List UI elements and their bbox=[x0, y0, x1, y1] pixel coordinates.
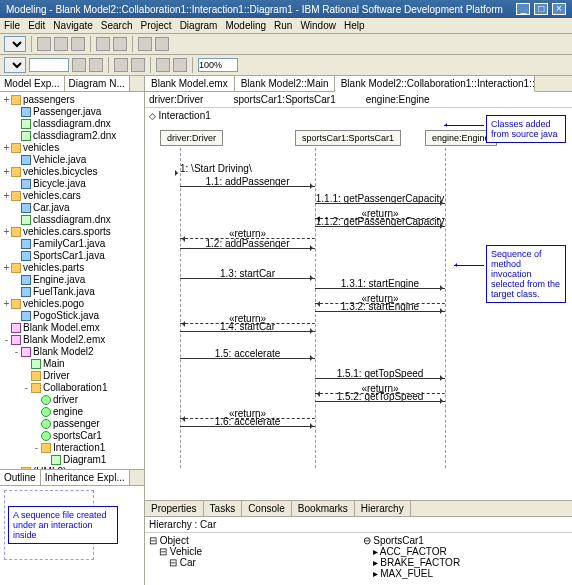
undo-icon[interactable] bbox=[96, 37, 110, 51]
menu-diagram[interactable]: Diagram bbox=[180, 20, 218, 31]
tree-item[interactable]: Bicycle.java bbox=[2, 178, 142, 190]
tree-item[interactable]: classdiagram.dnx bbox=[2, 214, 142, 226]
tree-item[interactable]: +vehicles bbox=[2, 142, 142, 154]
hierarchy-item[interactable]: ⊟ Vehicle bbox=[149, 546, 355, 557]
perspective-select[interactable] bbox=[4, 36, 26, 52]
save-icon[interactable] bbox=[54, 37, 68, 51]
menu-window[interactable]: Window bbox=[300, 20, 336, 31]
font-select[interactable] bbox=[4, 57, 26, 73]
hierarchy-tree-right[interactable]: ⊖ SportsCar1▸ ACC_FACTOR▸ BRAKE_FACTOR▸ … bbox=[359, 533, 573, 581]
tree-item[interactable]: classdiagram2.dnx bbox=[2, 130, 142, 142]
menu-search[interactable]: Search bbox=[101, 20, 133, 31]
menu-navigate[interactable]: Navigate bbox=[53, 20, 92, 31]
message[interactable]: 1.1.2: getPassengerCapacity bbox=[315, 216, 445, 227]
hierarchy-item[interactable]: ⊟ Object bbox=[149, 535, 355, 546]
outline-tab[interactable]: Inheritance Expl... bbox=[41, 470, 130, 485]
message[interactable]: 1.3.2: startEngine bbox=[315, 301, 445, 312]
menu-edit[interactable]: Edit bbox=[28, 20, 45, 31]
hierarchy-tree-left[interactable]: ⊟ Object⊟ Vehicle⊟ Car bbox=[145, 533, 359, 581]
tree-item[interactable]: FuelTank.java bbox=[2, 286, 142, 298]
hierarchy-item[interactable]: ⊟ Car bbox=[149, 557, 355, 568]
tree-item[interactable]: +vehicles.cars bbox=[2, 190, 142, 202]
tree-item[interactable]: Diagram1 bbox=[2, 454, 142, 466]
tree-item[interactable]: Blank Model.emx bbox=[2, 322, 142, 334]
left-tab[interactable]: Diagram N... bbox=[65, 76, 130, 91]
tree-item[interactable]: +vehicles.cars.sports bbox=[2, 226, 142, 238]
zoom-input[interactable] bbox=[198, 58, 238, 72]
breadcrumb-item[interactable]: engine:Engine bbox=[366, 94, 430, 105]
hierarchy-item[interactable]: ▸ BRAKE_FACTOR bbox=[363, 557, 569, 568]
tree-item[interactable]: +passengers bbox=[2, 94, 142, 106]
outline-tab[interactable]: Outline bbox=[0, 470, 41, 485]
tree-item[interactable]: -Collaboration1 bbox=[2, 382, 142, 394]
breadcrumb-item[interactable]: driver:Driver bbox=[149, 94, 203, 105]
italic-icon[interactable] bbox=[89, 58, 103, 72]
message[interactable]: 1.1: addPassenger bbox=[180, 176, 315, 187]
message[interactable]: 1.6: accelerate bbox=[180, 416, 315, 427]
message[interactable]: 1.2: addPassenger bbox=[180, 238, 315, 249]
lifeline-head[interactable]: sportsCar1:SportsCar1 bbox=[295, 130, 401, 146]
tree-item[interactable]: Main bbox=[2, 358, 142, 370]
bold-icon[interactable] bbox=[72, 58, 86, 72]
tree-item[interactable]: Passenger.java bbox=[2, 106, 142, 118]
breadcrumb-item[interactable]: sportsCar1:SportsCar1 bbox=[233, 94, 335, 105]
message[interactable]: 1.3: startCar bbox=[180, 268, 315, 279]
outline-view[interactable]: A sequence file created under an interac… bbox=[0, 486, 144, 585]
tree-item[interactable]: passenger bbox=[2, 418, 142, 430]
menu-project[interactable]: Project bbox=[141, 20, 172, 31]
sequence-diagram-canvas[interactable]: ◇ Interaction1 driver:DriversportsCar1:S… bbox=[145, 108, 572, 500]
menu-run[interactable]: Run bbox=[274, 20, 292, 31]
tree-item[interactable]: +vehicles.bicycles bbox=[2, 166, 142, 178]
tree-item[interactable]: -Interaction1 bbox=[2, 442, 142, 454]
bottom-tab[interactable]: Hierarchy bbox=[355, 501, 411, 516]
bottom-tab[interactable]: Properties bbox=[145, 501, 204, 516]
minimize-button[interactable]: _ bbox=[516, 3, 530, 15]
editor-tab[interactable]: Blank Model2::Collaboration1::Interactio… bbox=[335, 76, 535, 92]
new-icon[interactable] bbox=[37, 37, 51, 51]
bottom-tab[interactable]: Bookmarks bbox=[292, 501, 355, 516]
maximize-button[interactable]: □ bbox=[534, 3, 548, 15]
menu-help[interactable]: Help bbox=[344, 20, 365, 31]
fill-icon[interactable] bbox=[131, 58, 145, 72]
tree-item[interactable]: sportsCar1 bbox=[2, 430, 142, 442]
bottom-tab[interactable]: Tasks bbox=[204, 501, 243, 516]
message[interactable]: 1.5: accelerate bbox=[180, 348, 315, 359]
print-icon[interactable] bbox=[71, 37, 85, 51]
tree-item[interactable]: +vehicles.parts bbox=[2, 262, 142, 274]
tree-item[interactable]: driver bbox=[2, 394, 142, 406]
lifeline-head[interactable]: driver:Driver bbox=[160, 130, 223, 146]
message[interactable]: 1.3.1: startEngine bbox=[315, 278, 445, 289]
hierarchy-item[interactable]: ▸ ACC_FACTOR bbox=[363, 546, 569, 557]
model-explorer-tree[interactable]: +passengersPassenger.javaclassdiagram.dn… bbox=[0, 92, 144, 469]
message[interactable]: 1.5.1: getTopSpeed bbox=[315, 368, 445, 379]
color-icon[interactable] bbox=[114, 58, 128, 72]
menu-file[interactable]: File bbox=[4, 20, 20, 31]
hierarchy-item[interactable]: ▸ MAX_FUEL bbox=[363, 568, 569, 579]
message[interactable]: 1.1.1: getPassengerCapacity bbox=[315, 193, 445, 204]
tree-item[interactable]: -Blank Model2 bbox=[2, 346, 142, 358]
debug-icon[interactable] bbox=[155, 37, 169, 51]
tree-item[interactable]: Driver bbox=[2, 370, 142, 382]
close-button[interactable]: × bbox=[552, 3, 566, 15]
font-size-input[interactable] bbox=[29, 58, 69, 72]
message[interactable]: 1.4: startCar bbox=[180, 321, 315, 332]
hierarchy-item[interactable]: ⊖ SportsCar1 bbox=[363, 535, 569, 546]
tree-item[interactable]: Car.java bbox=[2, 202, 142, 214]
tree-item[interactable]: PogoStick.java bbox=[2, 310, 142, 322]
message[interactable]: 1.5.2: getTopSpeed bbox=[315, 391, 445, 402]
arrange-icon[interactable] bbox=[173, 58, 187, 72]
bottom-tab[interactable]: Console bbox=[242, 501, 292, 516]
menu-modeling[interactable]: Modeling bbox=[225, 20, 266, 31]
editor-tab[interactable]: Blank Model2::Main bbox=[235, 76, 335, 91]
tree-item[interactable]: engine bbox=[2, 406, 142, 418]
editor-tab[interactable]: Blank Model.emx bbox=[145, 76, 235, 91]
tree-item[interactable]: SportsCar1.java bbox=[2, 250, 142, 262]
tree-item[interactable]: +vehicles.pogo bbox=[2, 298, 142, 310]
tree-item[interactable]: Engine.java bbox=[2, 274, 142, 286]
tree-item[interactable]: classdiagram.dnx bbox=[2, 118, 142, 130]
tree-item[interactable]: -Blank Model2.emx bbox=[2, 334, 142, 346]
run-icon[interactable] bbox=[138, 37, 152, 51]
redo-icon[interactable] bbox=[113, 37, 127, 51]
tree-item[interactable]: Vehicle.java bbox=[2, 154, 142, 166]
align-icon[interactable] bbox=[156, 58, 170, 72]
